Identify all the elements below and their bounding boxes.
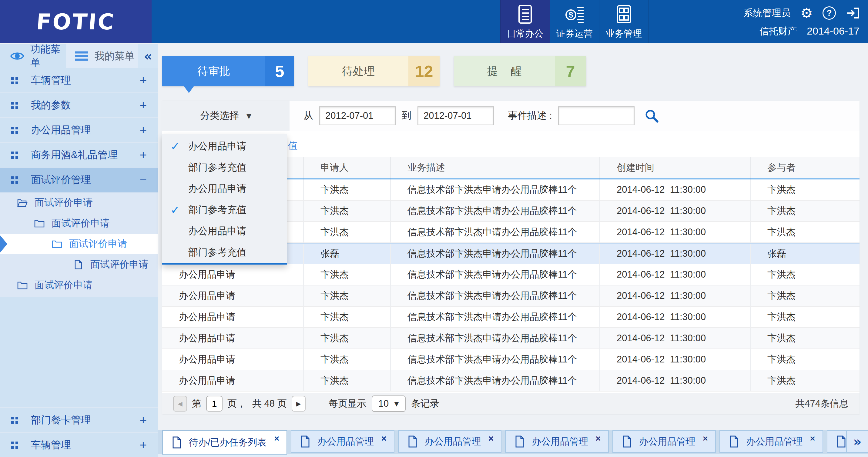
expand-toggle-icon[interactable]: + — [140, 74, 147, 87]
table-row[interactable]: 办公用品申请 卞洪杰 信息技术部卞洪杰申请办公用品胶棒11个 2014-06-1… — [162, 307, 860, 328]
tree-item[interactable]: 面试评价申请 — [0, 213, 158, 234]
table-row[interactable]: 办公用品申请 卞洪杰 信息技术部卞洪杰申请办公用品胶棒11个 2014-06-1… — [162, 264, 860, 286]
close-icon[interactable]: × — [489, 433, 494, 444]
cell-participant: 卞洪杰 — [750, 370, 860, 391]
category-select-label: 分类选择 — [200, 109, 239, 123]
expand-toggle-icon[interactable]: + — [140, 148, 147, 162]
card-count: 12 — [408, 56, 440, 86]
card-label: 提 醒 — [454, 56, 555, 86]
tree-node-icon — [34, 219, 45, 228]
sidebar-tab-function-menu[interactable]: 功能菜单 — [0, 44, 66, 68]
help-icon[interactable]: ? — [823, 6, 836, 20]
bottom-tab-label: 办公用品管理 — [532, 435, 588, 448]
nav-tab-label: 证券运营 — [556, 28, 593, 40]
file-icon — [836, 435, 846, 448]
sidebar-menu-item[interactable]: 车辆管理 + — [0, 68, 158, 93]
tree-item-label: 面试评价申请 — [35, 196, 93, 209]
cell-applicant: 卞洪杰 — [303, 286, 390, 306]
expand-toggle-icon[interactable]: − — [140, 173, 147, 187]
user-row-bottom: 信托财产 2014-06-17 — [760, 25, 860, 38]
pending-approval-card[interactable]: 待审批 5 — [162, 56, 294, 86]
dropdown-item[interactable]: ✓ 部门参考充值 — [162, 199, 287, 221]
expand-toggle-icon[interactable]: + — [140, 413, 147, 427]
chevron-down-icon: ▼ — [247, 112, 252, 120]
search-button[interactable] — [644, 108, 659, 124]
tree-item[interactable]: 面试评价申请 — [0, 254, 158, 275]
cell-description: 信息技术部卞洪杰申请办公用品胶棒11个 — [390, 222, 599, 242]
logout-icon[interactable] — [845, 6, 860, 20]
close-icon[interactable]: × — [381, 433, 386, 444]
more-tabs-button[interactable]: » — [846, 430, 868, 453]
bottom-tab[interactable]: 办公用品管理 × — [613, 430, 716, 453]
sidebar-collapse-button[interactable]: « — [138, 44, 158, 68]
dropdown-item[interactable]: ✓ 办公用品申请 — [162, 136, 287, 157]
tree-item[interactable]: 面试评价申请 — [0, 234, 158, 254]
close-icon[interactable]: × — [810, 433, 815, 444]
sidebar-tree: 面试评价申请 面试评价申请 面试评价申请 — [0, 192, 158, 297]
sidebar-tab-label: 我的菜单 — [95, 50, 134, 63]
bottom-tab[interactable]: 办公用品管理 × — [398, 430, 502, 453]
prev-page-button[interactable]: ◀ — [173, 396, 187, 412]
clipped-link-text: 值 — [288, 139, 298, 152]
dropdown-item[interactable]: ✓ 部门参考充值 — [162, 242, 287, 263]
user-row-top: 系统管理员 ⚙ ? — [744, 6, 860, 20]
tree-item-label: 面试评价申请 — [69, 237, 127, 251]
from-date-input[interactable] — [319, 106, 396, 125]
pending-process-card[interactable]: 待处理 12 — [308, 56, 440, 86]
expand-toggle-icon[interactable]: + — [140, 438, 147, 452]
close-icon[interactable]: × — [703, 433, 708, 444]
dropdown-item[interactable]: ✓ 办公用品申请 — [162, 178, 287, 199]
expand-toggle-icon[interactable]: + — [140, 123, 147, 137]
nav-tab-label: 日常办公 — [507, 28, 543, 40]
event-desc-input[interactable] — [558, 106, 634, 125]
sidebar-menu-item[interactable]: 办公用品管理 + — [0, 118, 158, 143]
expand-toggle-icon[interactable]: + — [140, 98, 147, 112]
top-nav-tab[interactable]: $ 业务管理 — [599, 0, 649, 43]
table-row[interactable]: 办公用品申请 卞洪杰 信息技术部卞洪杰申请办公用品胶棒11个 2014-06-1… — [162, 286, 860, 307]
close-icon[interactable]: × — [274, 433, 280, 444]
sidebar-menu-item[interactable]: 面试评价管理 − — [0, 168, 158, 192]
category-select[interactable]: 分类选择 ▼ — [162, 101, 289, 131]
table-row[interactable]: 办公用品申请 卞洪杰 信息技术部卞洪杰申请办公用品胶棒11个 2014-06-1… — [162, 349, 860, 370]
page-label-post: 页， — [227, 397, 246, 410]
cell-task: 办公用品申请 — [162, 349, 303, 370]
dropdown-item[interactable]: ✓ 部门参考充值 — [162, 157, 287, 178]
close-icon[interactable]: × — [595, 433, 601, 444]
drag-handle-icon — [10, 176, 18, 184]
table-row[interactable]: 办公用品申请 卞洪杰 信息技术部卞洪杰申请办公用品胶棒11个 2014-06-1… — [162, 328, 860, 349]
card-label: 待审批 — [162, 56, 265, 86]
to-date-input[interactable] — [417, 106, 494, 125]
cell-description: 信息技术部卞洪杰申请办公用品胶棒11个 — [390, 307, 599, 327]
status-cards: 待审批 5 待处理 12 提 醒 7 — [162, 56, 586, 86]
settings-gear-icon[interactable]: ⚙ — [800, 6, 813, 20]
sidebar-menu-item[interactable]: 我的参数 + — [0, 93, 158, 118]
bottom-tab-bar: 待办/已办任务列表 × 办公用品管理 × 办公用品管理 × — [158, 430, 868, 457]
user-org: 信托财产 — [760, 25, 797, 38]
table-row[interactable]: 办公用品申请 卞洪杰 信息技术部卞洪杰申请办公用品胶棒11个 2014-06-1… — [162, 370, 860, 392]
next-page-button[interactable]: ▶ — [292, 396, 306, 412]
cell-participant: 卞洪杰 — [750, 201, 860, 221]
top-nav-tab[interactable]: $ 证券运营 — [550, 0, 599, 43]
dropdown-item[interactable]: ✓ 办公用品申请 — [162, 221, 287, 242]
cell-participant: 卞洪杰 — [750, 286, 860, 306]
cell-applicant: 卞洪杰 — [303, 328, 390, 349]
cell-description: 信息技术部卞洪杰申请办公用品胶棒11个 — [390, 286, 599, 306]
tree-item[interactable]: 面试评价申请 — [0, 275, 158, 295]
sidebar-tab-my-menu[interactable]: 我的菜单 — [66, 44, 138, 68]
cell-task: 办公用品申请 — [162, 328, 303, 349]
sidebar-menu-item[interactable]: 车辆管理 + — [0, 432, 158, 457]
tree-item[interactable]: 面试评价申请 — [0, 192, 158, 213]
tree-item-label: 面试评价申请 — [90, 258, 149, 271]
sidebar-menu-item[interactable]: 商务用酒&礼品管理 + — [0, 143, 158, 168]
cell-description: 信息技术部卞洪杰申请办公用品胶棒11个 — [390, 349, 599, 370]
per-page-select[interactable]: 10 ▼ — [372, 395, 406, 412]
bottom-tab[interactable]: 办公用品管理 × — [719, 430, 823, 453]
reminder-card[interactable]: 提 醒 7 — [454, 56, 586, 86]
bottom-tab[interactable]: 办公用品管理 × — [505, 430, 609, 453]
sidebar-menu-item[interactable]: 部门餐卡管理 + — [0, 407, 158, 432]
top-nav-tab[interactable]: $ 日常办公 — [500, 0, 550, 43]
bottom-tab[interactable]: 办公用品管理 × — [291, 430, 395, 453]
bottom-tab[interactable]: 待办/已办任务列表 × — [162, 430, 287, 455]
page-number-input[interactable] — [206, 396, 222, 412]
cell-description: 信息技术部卞洪杰申请办公用品胶棒11个 — [390, 243, 599, 264]
